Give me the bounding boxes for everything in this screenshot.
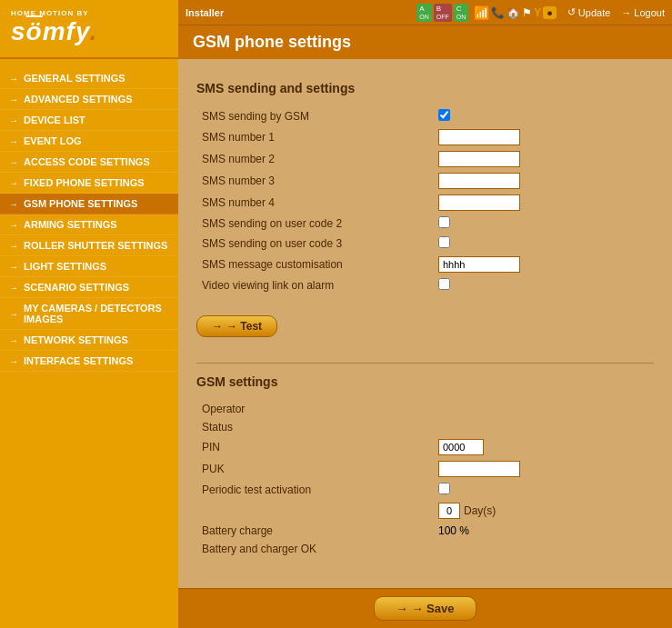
- divider-1: [196, 363, 654, 364]
- video-viewing-checkbox[interactable]: [438, 278, 450, 290]
- nav-item-label: DEVICE LIST: [24, 115, 85, 125]
- sidebar-item-advanced-settings[interactable]: →ADVANCED SETTINGS: [0, 89, 178, 110]
- sms-form-table: SMS sending by GSM SMS number 1 SMS numb…: [196, 106, 654, 295]
- puk-label: PUK: [196, 458, 433, 480]
- logo-area: HOME MOTION BY sömfy.: [0, 0, 178, 59]
- nav-item-label: GSM PHONE SETTINGS: [24, 198, 137, 209]
- sidebar-item-device-list[interactable]: →DEVICE LIST: [0, 110, 178, 131]
- nav-item-label: MY CAMERAS / DETECTORS IMAGES: [24, 303, 171, 324]
- update-button[interactable]: ↺ Update: [567, 6, 610, 18]
- nav-item-label: SCENARIO SETTINGS: [24, 282, 129, 293]
- sidebar-item-scenario-settings[interactable]: →SCENARIO SETTINGS: [0, 277, 178, 298]
- video-viewing-label: Video viewing link on alarm: [196, 275, 433, 295]
- sms-user-code-2-row: SMS sending on user code 2: [196, 214, 654, 234]
- pin-input[interactable]: [438, 439, 484, 455]
- battery-charge-row: Battery charge 100 %: [196, 522, 654, 540]
- battery-charge-label: Battery charge: [196, 522, 433, 540]
- sidebar-item-general-settings[interactable]: →GENERAL SETTINGS: [0, 68, 178, 89]
- sidebar-item-light-settings[interactable]: →LIGHT SETTINGS: [0, 256, 178, 277]
- sidebar: HOME MOTION BY sömfy. →GENERAL SETTINGS→…: [0, 0, 178, 628]
- logo-text: s: [11, 17, 26, 45]
- sidebar-item-fixed-phone-settings[interactable]: →FIXED PHONE SETTINGS: [0, 173, 178, 194]
- operator-row: Operator: [196, 400, 654, 418]
- sms-user-code-2-checkbox[interactable]: [438, 216, 450, 228]
- nav-arrow-icon: →: [9, 115, 18, 125]
- days-row: Day(s): [196, 500, 654, 522]
- days-field-row: Day(s): [438, 503, 648, 519]
- nav-arrow-icon: →: [9, 157, 18, 167]
- sms-number-4-label: SMS number 4: [196, 192, 433, 214]
- status-b-off: BOFF: [434, 4, 452, 22]
- sms-message-customisation-input[interactable]: [438, 256, 520, 273]
- sidebar-item-my-cameras-/-detectors-images[interactable]: →MY CAMERAS / DETECTORS IMAGES: [0, 298, 178, 330]
- status-c-on: CON: [454, 4, 469, 22]
- y-label: Y: [534, 6, 541, 19]
- nav-item-label: ARMING SETTINGS: [24, 219, 117, 230]
- days-input[interactable]: [438, 503, 460, 519]
- sidebar-item-arming-settings[interactable]: →ARMING SETTINGS: [0, 214, 178, 235]
- sms-user-code-3-label: SMS sending on user code 3: [196, 234, 433, 254]
- periodic-test-checkbox[interactable]: [438, 483, 450, 494]
- page-header: GSM phone settings: [178, 25, 672, 59]
- save-button[interactable]: → → Save: [374, 596, 477, 621]
- save-arrow-icon: →: [396, 602, 408, 615]
- sms-section-title: SMS sending and settings: [196, 81, 654, 95]
- status-row: Status: [196, 418, 654, 436]
- sms-user-code-3-checkbox[interactable]: [438, 236, 450, 248]
- puk-input[interactable]: [438, 461, 520, 477]
- periodic-test-row: Periodic test activation: [196, 480, 654, 500]
- sms-number-2-input[interactable]: [438, 151, 520, 167]
- sidebar-item-interface-settings[interactable]: →INTERFACE SETTINGS: [0, 351, 178, 372]
- signal-icon: 📶: [474, 5, 489, 20]
- sms-message-customisation-row: SMS message customisation: [196, 254, 654, 275]
- nav-arrow-icon: →: [9, 199, 18, 209]
- sms-user-code-3-row: SMS sending on user code 3: [196, 234, 654, 254]
- sms-by-gsm-checkbox[interactable]: [438, 109, 450, 121]
- sms-number-4-input[interactable]: [438, 194, 520, 211]
- save-label: → Save: [412, 602, 455, 615]
- logout-button[interactable]: → Logout: [621, 7, 665, 18]
- nav-arrow-icon: →: [9, 178, 18, 188]
- installer-label: Installer: [186, 7, 224, 18]
- page-title: GSM phone settings: [193, 33, 351, 51]
- nav-arrow-icon: →: [9, 356, 18, 366]
- sms-by-gsm-row: SMS sending by GSM: [196, 106, 654, 126]
- nav-list: →GENERAL SETTINGS→ADVANCED SETTINGS→DEVI…: [0, 68, 178, 372]
- nav-item-label: LIGHT SETTINGS: [24, 261, 106, 272]
- nav-arrow-icon: →: [9, 241, 18, 251]
- sidebar-item-access-code-settings[interactable]: →ACCESS CODE SETTINGS: [0, 152, 178, 173]
- sms-number-1-input[interactable]: [438, 129, 520, 145]
- sms-number-1-row: SMS number 1: [196, 126, 654, 148]
- sms-number-2-row: SMS number 2: [196, 148, 654, 170]
- sidebar-item-event-log[interactable]: →EVENT LOG: [0, 131, 178, 152]
- sms-by-gsm-label: SMS sending by GSM: [196, 106, 433, 126]
- nav-arrow-icon: →: [9, 262, 18, 272]
- logo-brand: sömfy.: [11, 17, 167, 46]
- gsm-form-table: Operator Status PIN PUK Periodic test ac…: [196, 400, 654, 558]
- content-area: SMS sending and settings SMS sending by …: [178, 59, 672, 588]
- gsm-section-title: GSM settings: [196, 374, 654, 389]
- sms-number-3-row: SMS number 3: [196, 170, 654, 192]
- home-icon: 🏠: [507, 6, 520, 19]
- puk-row: PUK: [196, 458, 654, 480]
- phone-icon: 📞: [491, 6, 505, 19]
- sidebar-item-gsm-phone-settings[interactable]: →GSM PHONE SETTINGS: [0, 194, 178, 214]
- test-label: → Test: [226, 320, 262, 333]
- topbar: Installer AON BOFF CON 📶 📞 🏠 ⚑ Y ● ↺ Upd…: [178, 0, 672, 25]
- test-button[interactable]: → → Test: [196, 315, 277, 337]
- logout-icon: →: [621, 7, 631, 18]
- nav-item-label: EVENT LOG: [24, 135, 82, 146]
- logo-top: HOME MOTION BY: [11, 9, 167, 17]
- nav-item-label: ACCESS CODE SETTINGS: [24, 156, 150, 167]
- sidebar-item-roller-shutter-settings[interactable]: →ROLLER SHUTTER SETTINGS: [0, 235, 178, 256]
- sms-number-3-input[interactable]: [438, 173, 520, 189]
- main-panel: Installer AON BOFF CON 📶 📞 🏠 ⚑ Y ● ↺ Upd…: [178, 0, 672, 628]
- nav-item-label: GENERAL SETTINGS: [24, 73, 125, 84]
- nav-arrow-icon: →: [9, 136, 18, 146]
- nav-item-label: INTERFACE SETTINGS: [24, 355, 133, 366]
- nav-arrow-icon: →: [9, 283, 18, 293]
- sidebar-item-network-settings[interactable]: →NETWORK SETTINGS: [0, 330, 178, 351]
- battery-charge-value: 100 %: [438, 524, 469, 537]
- sms-number-2-label: SMS number 2: [196, 148, 433, 170]
- topbar-right: AON BOFF CON 📶 📞 🏠 ⚑ Y ● ↺ Update → Logo…: [416, 4, 665, 22]
